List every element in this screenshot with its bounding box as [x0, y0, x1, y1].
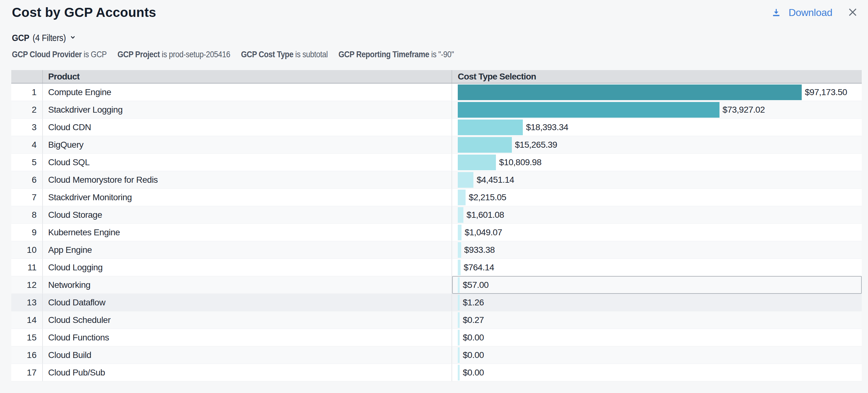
table-header-cost[interactable]: Cost Type Selection — [452, 70, 862, 83]
cost-bar — [458, 120, 523, 135]
table-row[interactable]: 12 Networking $57.00 — [11, 276, 862, 294]
filter-count-label: (4 Filters) — [33, 33, 66, 43]
row-cost-cell[interactable]: $0.27 — [452, 311, 862, 329]
row-product: Cloud Pub/Sub — [42, 364, 452, 381]
table-row[interactable]: 4 BigQuery $15,265.39 — [11, 136, 862, 154]
filter-group-label: GCP — [12, 33, 29, 43]
row-cost-cell[interactable]: $97,173.50 — [452, 84, 862, 101]
table-row[interactable]: 14 Cloud Scheduler $0.27 — [11, 311, 862, 329]
table-row[interactable]: 16 Cloud Build $0.00 — [11, 346, 862, 364]
table-row[interactable]: 15 Cloud Functions $0.00 — [11, 329, 862, 346]
row-product: Cloud SQL — [42, 154, 452, 171]
row-cost-cell[interactable]: $4,451.14 — [452, 171, 862, 188]
row-cost-cell[interactable]: $1.26 — [452, 294, 862, 311]
row-rank: 9 — [11, 224, 42, 241]
row-product: Networking — [42, 276, 452, 294]
row-cost-cell[interactable]: $15,265.39 — [452, 136, 862, 153]
row-cost-cell[interactable]: $1,601.08 — [452, 206, 862, 223]
filter-value: is GCP — [82, 50, 106, 59]
row-cost-cell[interactable]: $764.14 — [452, 259, 862, 276]
table-row[interactable]: 11 Cloud Logging $764.14 — [11, 259, 862, 276]
filter-attribute: GCP Reporting Timeframe — [338, 50, 429, 59]
cost-bar — [458, 137, 512, 153]
row-product: Stackdriver Logging — [42, 101, 452, 118]
row-rank: 10 — [11, 241, 42, 259]
cost-value-label: $10,809.98 — [499, 157, 541, 168]
row-cost-cell[interactable]: $10,809.98 — [452, 154, 862, 171]
filter-attribute: GCP Cost Type — [241, 50, 293, 59]
row-product: App Engine — [42, 241, 452, 259]
table-row[interactable]: 8 Cloud Storage $1,601.08 — [11, 206, 862, 224]
table-header-row: Product Cost Type Selection — [11, 70, 862, 84]
row-product: Cloud CDN — [42, 119, 452, 136]
cost-bar — [458, 242, 461, 258]
cost-bar — [458, 330, 460, 345]
table-row[interactable]: 3 Cloud CDN $18,393.34 — [11, 119, 862, 136]
cost-bar — [458, 155, 496, 170]
cost-value-label: $1,601.08 — [467, 210, 504, 220]
table-row[interactable]: 9 Kubernetes Engine $1,049.07 — [11, 224, 862, 241]
cost-bar — [458, 102, 719, 118]
row-cost-cell[interactable]: $57.00 — [452, 276, 862, 294]
table-row[interactable]: 2 Stackdriver Logging $73,927.02 — [11, 101, 862, 119]
row-product: Compute Engine — [42, 84, 452, 101]
cost-value-label: $0.27 — [463, 315, 484, 325]
filter-group-toggle[interactable]: GCP (4 Filters) — [12, 32, 76, 44]
row-product: Cloud Scheduler — [42, 311, 452, 329]
cost-value-label: $0.00 — [463, 350, 484, 360]
row-rank: 8 — [11, 206, 42, 223]
download-icon — [771, 7, 781, 18]
row-cost-cell[interactable]: $2,215.05 — [452, 189, 862, 206]
cost-value-label: $97,173.50 — [805, 87, 847, 97]
download-button[interactable]: Download — [771, 5, 832, 20]
row-product: Cloud Dataflow — [42, 294, 452, 311]
filter-attribute: GCP Project — [118, 50, 160, 59]
row-cost-cell[interactable]: $0.00 — [452, 329, 862, 346]
filter-value: is subtotal — [293, 50, 328, 59]
row-cost-cell[interactable]: $73,927.02 — [452, 101, 862, 118]
filter-description: GCP Cost Type is subtotal — [241, 50, 328, 59]
cost-bar — [458, 225, 462, 240]
filter-value: is "-90" — [429, 50, 454, 59]
row-rank: 2 — [11, 101, 42, 118]
table-row[interactable]: 1 Compute Engine $97,173.50 — [11, 84, 862, 101]
table-row[interactable]: 10 App Engine $933.38 — [11, 241, 862, 259]
cost-value-label: $18,393.34 — [526, 122, 568, 132]
close-button[interactable] — [847, 6, 858, 18]
download-label: Download — [788, 7, 832, 19]
cost-bar — [458, 190, 466, 205]
topbar: Cost by GCP Accounts Download — [11, 0, 862, 25]
cost-value-label: $57.00 — [463, 280, 489, 290]
row-rank: 11 — [11, 259, 42, 276]
row-cost-cell[interactable]: $0.00 — [452, 346, 862, 364]
cost-value-label: $1,049.07 — [465, 228, 502, 238]
close-icon — [847, 14, 858, 19]
cost-bar — [458, 207, 463, 223]
row-rank: 3 — [11, 119, 42, 136]
filter-description: GCP Project is prod-setup-205416 — [118, 50, 230, 59]
table-row[interactable]: 5 Cloud SQL $10,809.98 — [11, 154, 862, 171]
cost-bar — [458, 277, 460, 293]
row-product: BigQuery — [42, 136, 452, 153]
row-cost-cell[interactable]: $0.00 — [452, 364, 862, 381]
row-cost-cell[interactable]: $1,049.07 — [452, 224, 862, 241]
filter-description: GCP Reporting Timeframe is "-90" — [338, 50, 454, 59]
row-cost-cell[interactable]: $933.38 — [452, 241, 862, 259]
row-product: Cloud Storage — [42, 206, 452, 223]
cost-bar — [458, 347, 460, 363]
table-header-product[interactable]: Product — [42, 70, 452, 83]
table-row[interactable]: 7 Stackdriver Monitoring $2,215.05 — [11, 189, 862, 206]
cost-value-label: $1.26 — [463, 298, 484, 308]
filter-description: GCP Cloud Provider is GCP — [12, 50, 106, 59]
row-rank: 13 — [11, 294, 42, 311]
table-row[interactable]: 6 Cloud Memorystore for Redis $4,451.14 — [11, 171, 862, 189]
row-rank: 16 — [11, 346, 42, 364]
chevron-down-icon — [68, 32, 76, 43]
row-product: Cloud Memorystore for Redis — [42, 171, 452, 188]
table-row[interactable]: 13 Cloud Dataflow $1.26 — [11, 294, 862, 311]
row-rank: 17 — [11, 364, 42, 381]
table-row[interactable]: 17 Cloud Pub/Sub $0.00 — [11, 364, 862, 382]
selected-cell-outline — [452, 276, 862, 294]
cost-bar — [458, 85, 802, 100]
row-cost-cell[interactable]: $18,393.34 — [452, 119, 862, 136]
